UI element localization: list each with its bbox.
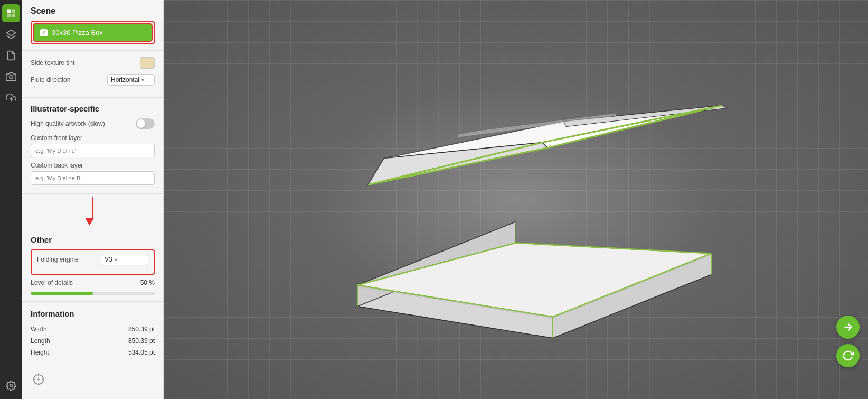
scene-section: Scene 30x30 Pizza Box (22, 0, 163, 51)
svg-point-9 (38, 379, 39, 380)
side-panel: Scene 30x30 Pizza Box Side texture tint … (22, 0, 164, 399)
info-width-value: 850.39 pt (128, 326, 155, 333)
custom-back-input[interactable] (31, 171, 155, 185)
information-heading: Information (31, 309, 155, 318)
folding-engine-select[interactable]: V3 ▾ (101, 254, 148, 265)
side-texture-row: Side texture tint (31, 57, 155, 69)
svg-point-7 (10, 385, 13, 387)
info-width-row: Width 850.39 pt (31, 323, 155, 335)
scene-item-label: 30x30 Pizza Box (52, 29, 103, 36)
settings-icon[interactable] (2, 377, 20, 395)
info-width-label: Width (31, 326, 47, 333)
info-height-row: Height 534.05 pt (31, 347, 155, 358)
illustrator-section: Illustrator-specific High quality artwor… (22, 98, 163, 194)
upload-icon[interactable] (2, 89, 20, 107)
icon-bar (0, 0, 22, 399)
custom-front-label: Custom front layer (31, 134, 155, 142)
level-of-details-row: Level of details 50 % (31, 279, 155, 295)
folding-engine-highlight: Folding engine V3 ▾ (31, 249, 155, 275)
scene-item-pizza-box[interactable]: 30x30 Pizza Box (33, 23, 153, 42)
level-details-bar[interactable] (31, 292, 155, 295)
layers-icon[interactable] (2, 25, 20, 43)
information-section: Information Width 850.39 pt Length 850.3… (22, 302, 163, 366)
folding-engine-chevron: ▾ (115, 257, 117, 263)
high-quality-label: High quality artwork (slow) (31, 120, 105, 127)
folding-engine-label: Folding engine (37, 256, 79, 263)
other-heading: Other (31, 235, 155, 244)
svg-rect-1 (12, 10, 15, 13)
svg-rect-2 (7, 14, 11, 17)
red-arrow-head (85, 218, 93, 226)
scene-item-checkbox[interactable] (40, 29, 48, 36)
scene-title: Scene (31, 6, 155, 16)
level-details-value: 50 % (140, 279, 155, 286)
logo-icon[interactable] (2, 4, 20, 22)
arrow-right-fab[interactable] (836, 316, 860, 339)
side-texture-swatch[interactable] (140, 57, 155, 69)
other-section: Other Folding engine V3 ▾ Level of detai… (22, 229, 163, 302)
scene-item-highlight: 30x30 Pizza Box (31, 21, 155, 44)
document-icon[interactable] (2, 47, 20, 64)
level-details-label: Level of details (31, 279, 73, 286)
refresh-fab[interactable] (836, 344, 860, 367)
svg-rect-0 (7, 10, 11, 13)
3d-viewport[interactable] (164, 0, 868, 399)
level-details-fill (31, 292, 93, 295)
flute-direction-select[interactable]: Horizontal ▾ (107, 74, 155, 86)
flute-direction-value: Horizontal (111, 76, 139, 83)
properties-section: Side texture tint Flute direction Horizo… (22, 51, 163, 98)
info-length-row: Length 850.39 pt (31, 335, 155, 347)
red-arrow-indicator (22, 194, 163, 229)
info-height-label: Height (31, 349, 49, 356)
pizza-box-3d (278, 52, 753, 359)
info-length-label: Length (31, 337, 50, 345)
svg-point-5 (10, 76, 13, 79)
fab-buttons (836, 316, 860, 367)
level-details-header: Level of details 50 % (31, 279, 155, 286)
panel-bottom-row (22, 366, 163, 393)
camera-icon[interactable] (2, 68, 20, 86)
high-quality-toggle[interactable] (136, 118, 155, 129)
folding-engine-row: Folding engine V3 ▾ (37, 254, 148, 265)
custom-back-label: Custom back layer (31, 162, 155, 169)
custom-front-input[interactable] (31, 144, 155, 157)
custom-front-row: Custom front layer (31, 134, 155, 157)
svg-marker-4 (7, 30, 16, 36)
flute-direction-chevron: ▾ (141, 77, 144, 83)
info-length-value: 850.39 pt (128, 337, 155, 345)
illustrator-heading: Illustrator-specific (31, 104, 155, 113)
svg-rect-3 (12, 14, 15, 17)
red-arrow-line (92, 197, 93, 218)
high-quality-row: High quality artwork (slow) (31, 118, 155, 129)
side-texture-label: Side texture tint (31, 59, 74, 67)
toggle-knob (137, 119, 145, 128)
flute-direction-row: Flute direction Horizontal ▾ (31, 74, 155, 86)
compass-icon[interactable] (31, 372, 46, 387)
folding-engine-value: V3 (105, 256, 112, 263)
info-height-value: 534.05 pt (128, 349, 155, 356)
custom-back-row: Custom back layer (31, 162, 155, 185)
flute-direction-label: Flute direction (31, 76, 70, 83)
